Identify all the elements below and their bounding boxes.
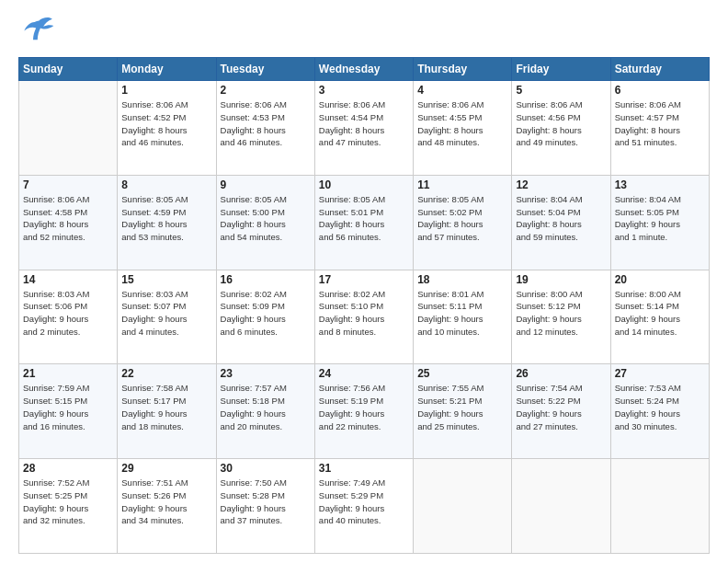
calendar-cell: 10Sunrise: 8:05 AMSunset: 5:01 PMDayligh… [314, 175, 413, 270]
info-line: and 10 minutes. [417, 326, 507, 339]
week-row-1: 1Sunrise: 8:06 AMSunset: 4:52 PMDaylight… [19, 81, 710, 176]
info-line: Daylight: 9 hours [23, 502, 113, 515]
info-line: Sunset: 5:26 PM [121, 489, 211, 502]
day-number: 26 [516, 367, 606, 380]
info-line: and 49 minutes. [516, 136, 606, 149]
calendar-cell: 1Sunrise: 8:06 AMSunset: 4:52 PMDaylight… [118, 81, 216, 176]
calendar-cell: 22Sunrise: 7:58 AMSunset: 5:17 PMDayligh… [118, 364, 216, 459]
info-line: Sunrise: 8:06 AM [319, 98, 409, 111]
calendar-cell: 24Sunrise: 7:56 AMSunset: 5:19 PMDayligh… [314, 364, 413, 459]
day-info: Sunrise: 8:06 AMSunset: 4:58 PMDaylight:… [23, 193, 113, 244]
info-line: Sunset: 4:56 PM [516, 111, 606, 124]
info-line: Sunrise: 8:04 AM [615, 193, 705, 206]
day-info: Sunrise: 8:06 AMSunset: 4:57 PMDaylight:… [615, 98, 705, 149]
info-line: Sunset: 5:18 PM [221, 395, 311, 408]
info-line: Daylight: 8 hours [516, 124, 606, 137]
info-line: Daylight: 9 hours [221, 313, 311, 326]
info-line: Sunrise: 7:55 AM [417, 382, 507, 395]
calendar-cell: 3Sunrise: 8:06 AMSunset: 4:54 PMDaylight… [314, 81, 413, 176]
calendar-cell: 15Sunrise: 8:03 AMSunset: 5:07 PMDayligh… [118, 270, 216, 364]
calendar-cell: 25Sunrise: 7:55 AMSunset: 5:21 PMDayligh… [414, 364, 512, 459]
weekday-tuesday: Tuesday [216, 58, 314, 81]
info-line: Daylight: 9 hours [23, 408, 113, 420]
calendar-cell [512, 459, 610, 554]
day-number: 21 [23, 367, 113, 380]
info-line: Sunset: 4:59 PM [121, 206, 211, 219]
info-line: Daylight: 8 hours [516, 218, 606, 231]
info-line: and 1 minute. [615, 231, 705, 244]
day-number: 20 [615, 273, 705, 286]
day-number: 30 [221, 462, 311, 475]
info-line: Daylight: 8 hours [319, 124, 409, 137]
info-line: Daylight: 8 hours [615, 124, 705, 137]
info-line: Sunset: 5:14 PM [615, 300, 705, 313]
day-number: 27 [615, 367, 705, 380]
day-info: Sunrise: 7:56 AMSunset: 5:19 PMDaylight:… [319, 382, 409, 432]
logo-icon [18, 15, 55, 48]
info-line: Sunrise: 7:50 AM [221, 477, 311, 489]
info-line: Daylight: 9 hours [319, 502, 409, 515]
day-number: 25 [417, 367, 507, 380]
calendar-cell: 5Sunrise: 8:06 AMSunset: 4:56 PMDaylight… [512, 81, 610, 176]
day-info: Sunrise: 8:03 AMSunset: 5:06 PMDaylight:… [23, 288, 113, 339]
info-line: Sunrise: 8:02 AM [221, 288, 311, 301]
day-number: 23 [221, 367, 311, 380]
day-info: Sunrise: 8:03 AMSunset: 5:07 PMDaylight:… [121, 288, 211, 339]
day-info: Sunrise: 8:05 AMSunset: 5:00 PMDaylight:… [221, 193, 311, 244]
info-line: Daylight: 9 hours [417, 408, 507, 420]
info-line: Daylight: 9 hours [615, 408, 705, 420]
info-line: and 8 minutes. [319, 326, 409, 339]
weekday-wednesday: Wednesday [314, 58, 413, 81]
info-line: Sunset: 5:11 PM [417, 300, 507, 313]
info-line: Sunset: 4:55 PM [417, 111, 507, 124]
info-line: and 34 minutes. [121, 514, 211, 527]
info-line: Daylight: 8 hours [417, 124, 507, 137]
info-line: Sunset: 5:29 PM [319, 489, 409, 502]
info-line: Sunset: 5:01 PM [319, 206, 409, 219]
day-number: 18 [417, 273, 507, 286]
info-line: Sunrise: 8:01 AM [417, 288, 507, 301]
info-line: and 18 minutes. [121, 420, 211, 433]
info-line: Sunrise: 8:06 AM [615, 98, 705, 111]
day-number: 7 [23, 178, 113, 191]
info-line: Sunset: 5:09 PM [221, 300, 311, 313]
calendar-cell: 28Sunrise: 7:52 AMSunset: 5:25 PMDayligh… [19, 459, 118, 554]
info-line: Sunrise: 7:59 AM [23, 382, 113, 395]
info-line: Sunset: 5:10 PM [319, 300, 409, 313]
info-line: Sunset: 5:02 PM [417, 206, 507, 219]
day-number: 31 [319, 462, 409, 475]
calendar-cell: 16Sunrise: 8:02 AMSunset: 5:09 PMDayligh… [216, 270, 314, 364]
day-number: 4 [417, 84, 507, 97]
info-line: Sunset: 5:25 PM [23, 489, 113, 502]
info-line: Sunrise: 8:05 AM [417, 193, 507, 206]
info-line: Sunset: 5:21 PM [417, 395, 507, 408]
info-line: Daylight: 9 hours [221, 502, 311, 515]
info-line: Sunrise: 7:56 AM [319, 382, 409, 395]
weekday-sunday: Sunday [19, 58, 118, 81]
info-line: Sunrise: 8:06 AM [23, 193, 113, 206]
info-line: Sunrise: 7:53 AM [615, 382, 705, 395]
day-info: Sunrise: 7:49 AMSunset: 5:29 PMDaylight:… [319, 477, 409, 527]
day-number: 15 [121, 273, 211, 286]
info-line: Sunrise: 8:05 AM [319, 193, 409, 206]
info-line: and 53 minutes. [121, 231, 211, 244]
info-line: and 27 minutes. [516, 420, 606, 433]
day-number: 16 [221, 273, 311, 286]
day-number: 12 [516, 178, 606, 191]
info-line: Sunrise: 8:05 AM [121, 193, 211, 206]
day-info: Sunrise: 8:06 AMSunset: 4:54 PMDaylight:… [319, 98, 409, 149]
info-line: Sunset: 5:06 PM [23, 300, 113, 313]
day-info: Sunrise: 8:01 AMSunset: 5:11 PMDaylight:… [417, 288, 507, 339]
calendar-cell: 11Sunrise: 8:05 AMSunset: 5:02 PMDayligh… [414, 175, 512, 270]
day-info: Sunrise: 8:02 AMSunset: 5:09 PMDaylight:… [221, 288, 311, 339]
info-line: and 12 minutes. [516, 326, 606, 339]
day-info: Sunrise: 8:00 AMSunset: 5:12 PMDaylight:… [516, 288, 606, 339]
info-line: and 46 minutes. [121, 136, 211, 149]
day-number: 17 [319, 273, 409, 286]
info-line: Daylight: 8 hours [121, 124, 211, 137]
info-line: Sunrise: 7:51 AM [121, 477, 211, 489]
info-line: Daylight: 9 hours [615, 313, 705, 326]
week-row-4: 21Sunrise: 7:59 AMSunset: 5:15 PMDayligh… [19, 364, 710, 459]
info-line: Daylight: 9 hours [319, 313, 409, 326]
page: SundayMondayTuesdayWednesdayThursdayFrid… [0, 0, 728, 563]
